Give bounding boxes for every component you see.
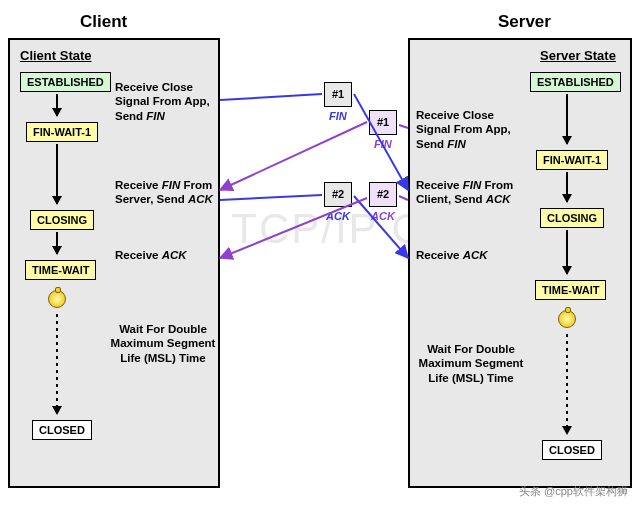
msg-server-ack: #2 — [369, 182, 397, 207]
arrow-down-icon — [566, 94, 568, 144]
msg-label-ack: ACK — [371, 210, 395, 222]
client-state-established: ESTABLISHED — [20, 72, 111, 92]
client-state-closing: CLOSING — [30, 210, 94, 230]
client-state-timewait: TIME-WAIT — [25, 260, 96, 280]
svg-line-2 — [399, 125, 408, 128]
arrow-down-icon — [56, 232, 58, 254]
server-state-closing: CLOSING — [540, 208, 604, 228]
server-event-recvfin: Receive FIN From Client, Send ACK — [416, 178, 524, 207]
client-title: Client — [80, 12, 127, 32]
client-event-recvack: Receive ACK — [115, 248, 220, 262]
clock-icon — [48, 290, 66, 308]
svg-line-6 — [399, 196, 408, 200]
arrow-down-icon — [56, 94, 58, 116]
arrow-down-icon — [566, 172, 568, 202]
server-state-established: ESTABLISHED — [530, 72, 621, 92]
arrow-down-icon — [566, 230, 568, 274]
server-event-msl: Wait For Double Maximum Segment Life (MS… — [416, 342, 526, 385]
msg-server-fin: #1 — [369, 110, 397, 135]
server-event-recvack: Receive ACK — [416, 248, 521, 262]
server-event-sendfin: Receive Close Signal From App, Send FIN — [416, 108, 524, 151]
client-state-header: Client State — [20, 48, 92, 63]
clock-icon — [558, 310, 576, 328]
client-state-closed: CLOSED — [32, 420, 92, 440]
svg-line-0 — [220, 94, 322, 100]
server-state-closed: CLOSED — [542, 440, 602, 460]
client-event-recvfin: Receive FIN From Server, Send ACK — [115, 178, 220, 207]
msg-label-fin: FIN — [329, 110, 347, 122]
server-state-header: Server State — [540, 48, 616, 63]
server-state-finwait1: FIN-WAIT-1 — [536, 150, 608, 170]
server-panel — [408, 38, 632, 488]
client-event-sendfin: Receive Close Signal From App, Send FIN — [115, 80, 220, 123]
msg-client-ack: #2 — [324, 182, 352, 207]
msg-label-fin: FIN — [374, 138, 392, 150]
server-title: Server — [498, 12, 551, 32]
server-state-timewait: TIME-WAIT — [535, 280, 606, 300]
dotted-arrow-icon — [566, 334, 568, 434]
svg-line-3 — [220, 122, 367, 190]
msg-label-ack: ACK — [326, 210, 350, 222]
client-state-finwait1: FIN-WAIT-1 — [26, 122, 98, 142]
msg-client-fin: #1 — [324, 82, 352, 107]
svg-line-4 — [220, 195, 322, 200]
arrow-down-icon — [56, 144, 58, 204]
dotted-arrow-icon — [56, 314, 58, 414]
attribution-text: 头条 @cpp软件架构狮 — [519, 484, 628, 499]
client-event-msl: Wait For Double Maximum Segment Life (MS… — [108, 322, 218, 365]
